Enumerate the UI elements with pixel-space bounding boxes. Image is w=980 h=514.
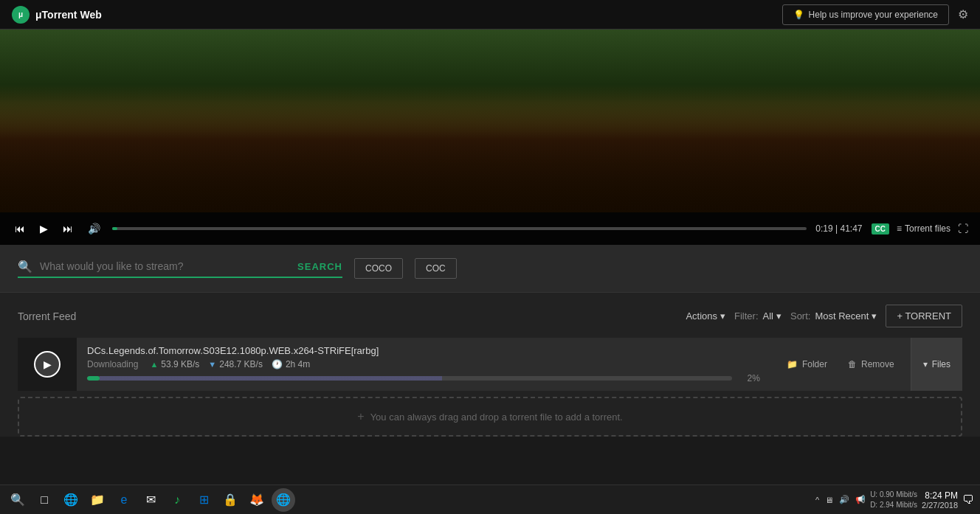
taskbar-task-view-icon[interactable]: □ [32, 488, 56, 512]
taskbar-chrome-icon[interactable]: 🌐 [272, 488, 295, 512]
upload-stat: U: 0.90 Mibit/s [870, 490, 917, 500]
feed-controls: Actions ▾ Filter: All ▾ Sort: Most Recen… [686, 305, 962, 327]
taskbar-ie-icon[interactable]: e [112, 488, 136, 512]
video-progress-bar[interactable] [112, 227, 807, 230]
search-icon: 🔍 [18, 260, 32, 274]
next-button[interactable]: ⏭ [60, 221, 76, 236]
chevron-down-icon: ▾ [720, 310, 725, 322]
app-logo: μ [12, 6, 30, 24]
tag-coco-button[interactable]: COCO [354, 258, 403, 279]
torrent-thumbnail[interactable]: ▶ [18, 338, 77, 391]
system-clock[interactable]: 8:24 PM 2/27/2018 [922, 490, 958, 510]
actions-button[interactable]: Actions ▾ [686, 310, 725, 322]
time-display: 0:19 | 41:47 [815, 223, 862, 234]
list-icon: ≡ [897, 223, 902, 234]
volume-icon[interactable]: 🔊 [839, 495, 849, 504]
taskbar-spotify-icon[interactable]: ♪ [165, 488, 189, 512]
network-icon[interactable]: 🖥 [825, 496, 833, 504]
taskbar-edge-icon[interactable]: 🌐 [59, 488, 83, 512]
upload-speed: ▲ 53.9 KB/s [150, 359, 199, 369]
scene-overlay [0, 29, 980, 212]
torrent-action-buttons: 📁 Folder 🗑 Remove [770, 338, 911, 391]
clock-date: 2/27/2018 [922, 501, 958, 510]
search-button[interactable]: SEARCH [297, 261, 342, 272]
drag-drop-area[interactable]: + You can always drag and drop a torrent… [18, 397, 962, 437]
settings-icon[interactable]: ⚙ [958, 7, 968, 21]
torrent-item: ▶ DCs.Legends.of.Tomorrow.S03E12.1080p.W… [18, 338, 962, 391]
improve-button[interactable]: 💡 Help us improve your experience [782, 4, 949, 25]
prev-button[interactable]: ⏮ [12, 221, 28, 236]
tag-coc-button[interactable]: COC [415, 258, 457, 279]
taskbar-explorer-icon[interactable]: 📁 [86, 488, 109, 512]
clock-time: 8:24 PM [922, 490, 958, 501]
files-button[interactable]: ▾ Files [911, 338, 962, 391]
play-button[interactable]: ▶ [37, 221, 51, 236]
search-wrapper: 🔍 SEARCH [18, 260, 342, 278]
search-input[interactable] [40, 260, 290, 272]
upload-arrow-icon: ▲ [150, 360, 158, 369]
folder-button[interactable]: 📁 Folder [776, 353, 838, 375]
taskbar-left: 🔍 □ 🌐 📁 e ✉ ♪ ⊞ 🔒 🦊 🌐 [0, 488, 301, 512]
speaker-icon[interactable]: 📢 [855, 495, 866, 504]
sys-tray: ^ 🖥 🔊 📢 [815, 495, 866, 504]
torrent-status: Downloading [87, 359, 138, 369]
trash-icon: 🗑 [848, 359, 857, 369]
taskbar-right: ^ 🖥 🔊 📢 U: 0.90 Mibit/s D: 2.94 Mibit/s … [810, 490, 980, 510]
download-speed: ▼ 248.7 KB/s [208, 359, 263, 369]
torrent-progress-bar [87, 376, 732, 381]
feed-header: Torrent Feed Actions ▾ Filter: All ▾ Sor… [18, 293, 962, 338]
filter-control[interactable]: Filter: All ▾ [734, 310, 781, 322]
eta-display: 🕐 2h 4m [272, 359, 310, 369]
fullscreen-button[interactable]: ⛶ [958, 223, 968, 235]
search-section: 🔍 SEARCH COCO COC [0, 245, 980, 293]
sort-control[interactable]: Sort: Most Recent ▾ [790, 310, 877, 322]
network-stats: U: 0.90 Mibit/s D: 2.94 Mibit/s [870, 490, 917, 510]
bulb-icon: 💡 [793, 10, 804, 20]
video-progress-fill [112, 227, 117, 230]
video-thumbnail [0, 29, 980, 212]
download-arrow-icon: ▼ [208, 360, 216, 369]
filter-chevron-icon: ▾ [776, 310, 781, 322]
taskbar-search-icon[interactable]: 🔍 [6, 488, 30, 512]
clock-icon: 🕐 [272, 359, 283, 369]
volume-button[interactable]: 🔊 [85, 221, 103, 236]
progress-row: 2% [87, 373, 760, 383]
taskbar-store-icon[interactable]: ⊞ [192, 488, 215, 512]
remove-button[interactable]: 🗑 Remove [838, 353, 905, 375]
notification-icon[interactable]: 🗨 [962, 493, 974, 507]
add-torrent-button[interactable]: + TORRENT [886, 305, 962, 327]
torrent-info: DCs.Legends.of.Tomorrow.S03E12.1080p.WEB… [77, 338, 770, 391]
torrent-files-button[interactable]: ≡ Torrent files [897, 223, 950, 234]
cc-button[interactable]: CC [872, 223, 889, 235]
tray-expand-icon[interactable]: ^ [815, 496, 819, 504]
sort-chevron-icon: ▾ [872, 310, 877, 322]
progress-percentage: 2% [738, 373, 760, 383]
app-header: μ μTorrent Web 💡 Help us improve your ex… [0, 0, 980, 29]
torrent-progress-overlay [87, 376, 732, 381]
feed-section: Torrent Feed Actions ▾ Filter: All ▾ Sor… [0, 293, 980, 437]
drag-drop-label: You can always drag and drop a torrent f… [370, 411, 623, 423]
download-stat: D: 2.94 Mibit/s [870, 500, 917, 510]
play-circle[interactable]: ▶ [34, 351, 61, 378]
chevron-down-icon: ▾ [923, 359, 928, 369]
folder-icon: 📁 [787, 359, 798, 369]
video-controls: ⏮ ▶ ⏭ 🔊 0:19 | 41:47 CC ≡ Torrent files … [0, 212, 980, 245]
app-title: μTorrent Web [35, 9, 102, 21]
taskbar: 🔍 □ 🌐 📁 e ✉ ♪ ⊞ 🔒 🦊 🌐 ^ 🖥 🔊 📢 U: 0.90 Mi… [0, 485, 980, 514]
taskbar-firefox-icon[interactable]: 🦊 [245, 488, 269, 512]
feed-title: Torrent Feed [18, 310, 76, 322]
controls-right: CC ≡ Torrent files ⛶ [872, 223, 969, 235]
taskbar-lock-icon[interactable]: 🔒 [218, 488, 242, 512]
plus-icon: + [357, 410, 364, 423]
header-right: 💡 Help us improve your experience ⚙ [782, 4, 968, 25]
taskbar-mail-icon[interactable]: ✉ [139, 488, 162, 512]
video-player [0, 29, 980, 212]
torrent-meta: Downloading ▲ 53.9 KB/s ▼ 248.7 KB/s 🕐 2… [87, 359, 760, 369]
torrent-name: DCs.Legends.of.Tomorrow.S03E12.1080p.WEB… [87, 345, 760, 356]
header-left: μ μTorrent Web [12, 6, 102, 24]
